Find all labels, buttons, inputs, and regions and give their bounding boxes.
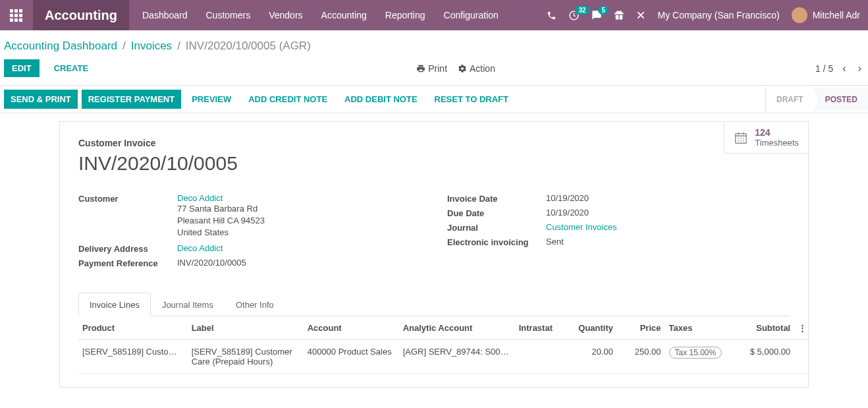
menu-dashboard[interactable]: Dashboard — [142, 10, 188, 20]
breadcrumb-current: INV/2020/10/0005 (AGR) — [186, 40, 311, 53]
add-debit-note-button[interactable]: ADD DEBIT NOTE — [338, 90, 424, 109]
tabs: Invoice Lines Journal Items Other Info — [78, 292, 790, 316]
status-posted[interactable]: POSTED — [814, 88, 868, 111]
payment-ref-value: INV/2020/10/0005 — [177, 258, 246, 268]
breadcrumb-link[interactable]: Invoices — [131, 40, 172, 53]
breadcrumb-link[interactable]: Accounting Dashboard — [4, 40, 117, 53]
pager-value: 1 / 5 — [815, 63, 833, 74]
th-label[interactable]: Label — [188, 316, 304, 340]
user-name: Mitchell Adr — [813, 10, 860, 20]
menu-vendors[interactable]: Vendors — [269, 10, 302, 20]
company-selector[interactable]: My Company (San Francisco) — [657, 10, 779, 20]
form-sheet: 124 Timesheets Customer Invoice INV/2020… — [59, 121, 809, 388]
action-button[interactable]: Action — [458, 63, 495, 74]
einvoicing-value: Sent — [546, 237, 564, 247]
th-intrastat[interactable]: Intrastat — [515, 316, 562, 340]
th-price[interactable]: Price — [617, 316, 665, 340]
cell-analytic: [AGR] SERV_89744: S0004… — [403, 347, 511, 357]
cell-intrastat — [515, 339, 562, 373]
cell-label: [SERV_585189] Customer Care (Prepaid Hou… — [188, 339, 304, 373]
chat-badge: 5 — [598, 6, 609, 15]
einvoicing-label: Electronic invoicing — [447, 237, 546, 247]
tab-other-info[interactable]: Other Info — [225, 293, 285, 316]
customer-link[interactable]: Deco Addict — [177, 193, 223, 203]
cell-product: [SERV_585189] Customer … — [82, 347, 184, 357]
print-button[interactable]: Print — [416, 63, 447, 74]
cell-price: 250.00 — [617, 339, 665, 373]
th-analytic[interactable]: Analytic Account — [399, 316, 515, 340]
tab-journal-items[interactable]: Journal Items — [151, 293, 225, 316]
th-quantity[interactable]: Quantity — [562, 316, 617, 340]
topbar-right: 32 5 My Company (San Francisco) Mitchell… — [547, 7, 860, 23]
calendar-icon — [734, 131, 748, 145]
control-bar: EDIT CREATE Print Action 1 / 5 ‹ › — [0, 59, 868, 86]
menu-configuration[interactable]: Configuration — [444, 10, 499, 20]
gift-icon[interactable] — [614, 10, 624, 20]
stat-count: 124 — [755, 127, 799, 138]
cell-account: 400000 Product Sales — [304, 339, 399, 373]
close-icon[interactable] — [636, 11, 645, 20]
journal-link[interactable]: Customer Invoices — [546, 222, 617, 232]
due-date-value: 10/19/2020 — [546, 208, 589, 218]
user-menu[interactable]: Mitchell Adr — [792, 7, 860, 23]
address-line: United States — [177, 227, 265, 239]
timesheets-stat-button[interactable]: 124 Timesheets — [724, 122, 808, 154]
send-print-button[interactable]: SEND & PRINT — [4, 90, 78, 109]
pager-prev[interactable]: ‹ — [840, 63, 848, 74]
menu-customers[interactable]: Customers — [206, 10, 251, 20]
th-taxes[interactable]: Taxes — [665, 316, 734, 340]
th-subtotal[interactable]: Subtotal — [733, 316, 794, 340]
phone-icon[interactable] — [547, 11, 556, 20]
create-button[interactable]: CREATE — [46, 59, 96, 77]
payment-ref-label: Payment Reference — [78, 258, 177, 268]
breadcrumb: Accounting Dashboard / Invoices / INV/20… — [0, 30, 868, 59]
avatar — [792, 7, 807, 23]
invoice-date-value: 10/19/2020 — [546, 193, 589, 203]
address-line: 77 Santa Barbara Rd — [177, 203, 265, 215]
tax-pill: Tax 15.00% — [669, 347, 722, 359]
pager-next[interactable]: › — [855, 63, 864, 74]
delivery-address-link[interactable]: Deco Addict — [177, 243, 223, 253]
edit-button[interactable]: EDIT — [4, 59, 40, 77]
delivery-label: Delivery Address — [78, 243, 177, 254]
status-draft[interactable]: DRAFT — [765, 88, 814, 111]
topbar: Accounting Dashboard Customers Vendors A… — [0, 0, 868, 30]
status-bar: SEND & PRINT REGISTER PAYMENT PREVIEW AD… — [0, 86, 868, 113]
doc-type-label: Customer Invoice — [78, 138, 790, 148]
cell-subtotal: $ 5,000.00 — [733, 339, 794, 373]
tab-invoice-lines[interactable]: Invoice Lines — [78, 293, 151, 316]
invoice-date-label: Invoice Date — [447, 193, 546, 204]
table-row[interactable]: [SERV_585189] Customer … [SERV_585189] C… — [78, 339, 808, 373]
due-date-label: Due Date — [447, 208, 546, 218]
pager: 1 / 5 ‹ › — [815, 63, 864, 74]
address-line: Pleasant Hill CA 94523 — [177, 215, 265, 227]
cell-quantity: 20.00 — [562, 339, 617, 373]
customer-label: Customer — [78, 193, 177, 204]
menu-reporting[interactable]: Reporting — [385, 10, 425, 20]
main-menu: Dashboard Customers Vendors Accounting R… — [142, 10, 499, 20]
apps-icon[interactable] — [8, 7, 24, 23]
reset-to-draft-button[interactable]: RESET TO DRAFT — [428, 90, 515, 109]
stat-label: Timesheets — [755, 138, 799, 148]
app-title: Accounting — [33, 0, 129, 30]
chat-icon[interactable]: 5 — [591, 10, 602, 20]
doc-number: INV/2020/10/0005 — [78, 152, 790, 175]
status-steps: DRAFT POSTED — [765, 88, 868, 111]
th-account[interactable]: Account — [304, 316, 399, 340]
journal-label: Journal — [447, 222, 546, 233]
menu-accounting[interactable]: Accounting — [321, 10, 367, 20]
preview-button[interactable]: PREVIEW — [185, 90, 238, 109]
add-credit-note-button[interactable]: ADD CREDIT NOTE — [242, 90, 334, 109]
clock-badge: 32 — [575, 6, 589, 15]
th-product[interactable]: Product — [78, 316, 188, 340]
clock-icon[interactable]: 32 — [568, 10, 580, 21]
invoice-lines-table: Product Label Account Analytic Account I… — [78, 316, 808, 374]
register-payment-button[interactable]: REGISTER PAYMENT — [82, 90, 181, 109]
column-options-icon[interactable]: ⋮ — [794, 316, 808, 340]
